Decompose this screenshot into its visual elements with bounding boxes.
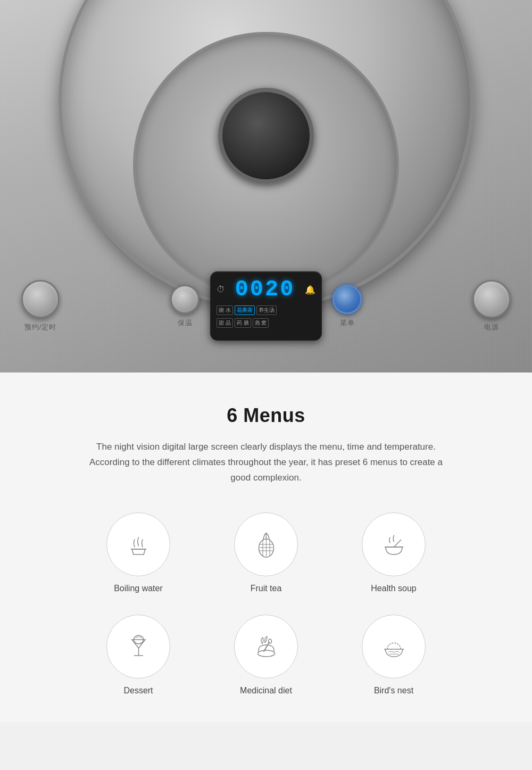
fruit-tea-icon xyxy=(249,527,284,561)
menu-grid: Boiling water xyxy=(80,512,452,696)
power-label: 电源 xyxy=(484,322,499,332)
control-row: 预约/定时 保温 ⏱ 0020 🔔 烧 水 花果茶 养生汤 xyxy=(0,271,532,341)
svg-line-8 xyxy=(394,540,401,547)
section-description: The night vision digital large screen cl… xyxy=(85,440,447,486)
menu-item-medicinal-diet: Medicinal diet xyxy=(207,615,325,696)
birds-nest-label: Bird's nest xyxy=(374,686,413,696)
menu-item-fruit-tea: Fruit tea xyxy=(207,512,325,593)
lcd-top-row: ⏱ 0020 🔔 xyxy=(217,277,315,302)
menu-button-group: 菜单 xyxy=(332,285,362,328)
lcd-menu-row2: 甜 品 药 膳 燕 窝 xyxy=(217,318,315,328)
menu-item-boiling-water: Boiling water xyxy=(80,512,197,593)
warm-button[interactable] xyxy=(170,285,200,314)
menu-item-soup[interactable]: 养生汤 xyxy=(256,305,277,315)
medicinal-diet-label: Medicinal diet xyxy=(240,686,292,696)
warm-button-group: 保温 xyxy=(170,285,200,328)
menu-item-boil[interactable]: 烧 水 xyxy=(217,305,233,315)
menu-item-herb[interactable]: 药 膳 xyxy=(235,318,251,328)
center-controls: 保温 ⏱ 0020 🔔 烧 水 花果茶 养生汤 甜 品 药 膳 燕 窝 xyxy=(170,271,362,341)
menu-item-birds-nest: Bird's nest xyxy=(335,615,452,696)
birds-nest-icon-circle xyxy=(362,615,426,678)
section-title: 6 Menus xyxy=(21,404,511,427)
boiling-water-label: Boiling water xyxy=(114,584,163,593)
lcd-menu-row1: 烧 水 花果茶 养生汤 xyxy=(217,305,315,315)
boiling-water-icon-circle xyxy=(106,512,170,576)
medicinal-diet-icon-circle xyxy=(234,615,298,678)
bell-icon: 🔔 xyxy=(305,285,315,295)
menu-label: 菜单 xyxy=(340,318,355,328)
power-button-group: 电源 xyxy=(472,280,511,332)
reserve-button-group: 预约/定时 xyxy=(21,280,60,332)
reserve-button[interactable] xyxy=(21,280,60,318)
lid-center xyxy=(218,88,314,184)
health-soup-icon xyxy=(377,527,411,561)
warm-label: 保温 xyxy=(178,318,193,328)
health-soup-icon-circle xyxy=(362,512,426,576)
svg-point-14 xyxy=(268,639,271,643)
svg-point-12 xyxy=(257,650,275,657)
menu-item-nest[interactable]: 燕 窝 xyxy=(253,318,269,328)
fruit-tea-label: Fruit tea xyxy=(251,584,282,593)
boiling-water-icon xyxy=(121,527,156,561)
menu-item-dessert: Dessert xyxy=(80,615,197,696)
menu-item-dessert[interactable]: 甜 品 xyxy=(217,318,233,328)
appliance-section: 预约/定时 保温 ⏱ 0020 🔔 烧 水 花果茶 养生汤 xyxy=(0,0,532,372)
medicinal-diet-icon xyxy=(249,629,284,664)
menu-button[interactable] xyxy=(332,285,362,314)
menu-item-health-soup: Health soup xyxy=(335,512,452,593)
birds-nest-icon xyxy=(377,629,411,664)
lcd-time-display: 0020 xyxy=(225,277,305,302)
dessert-label: Dessert xyxy=(123,686,153,696)
lcd-display: ⏱ 0020 🔔 烧 水 花果茶 养生汤 甜 品 药 膳 燕 窝 xyxy=(210,271,322,341)
health-soup-label: Health soup xyxy=(371,584,416,593)
info-section: 6 Menus The night vision digital large s… xyxy=(0,372,532,722)
power-button[interactable] xyxy=(472,280,511,318)
menu-item-fruittea[interactable]: 花果茶 xyxy=(235,305,255,315)
fruit-tea-icon-circle xyxy=(234,512,298,576)
reserve-label: 预约/定时 xyxy=(24,322,57,332)
dessert-icon-circle xyxy=(106,615,170,678)
dessert-icon xyxy=(121,629,156,664)
clock-icon: ⏱ xyxy=(217,285,225,294)
